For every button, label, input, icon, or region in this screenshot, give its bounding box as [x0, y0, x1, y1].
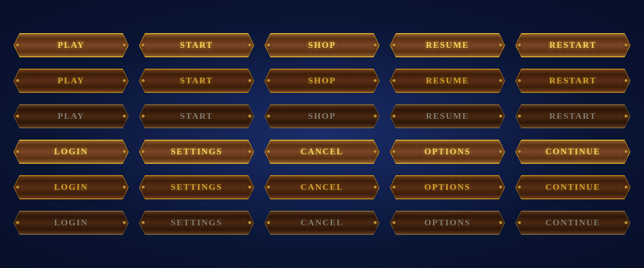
restart-v3-button: RESTART	[515, 102, 631, 131]
shop-v1-button[interactable]: SHOP	[264, 30, 380, 60]
options-v1-label: OPTIONS	[424, 147, 471, 157]
play-v3-button: PLAY	[13, 102, 129, 131]
continue-v1-label: CONTINUE	[545, 147, 600, 157]
restart-v3-label: RESTART	[549, 111, 597, 121]
continue-v1-button[interactable]: CONTINUE	[515, 137, 631, 166]
login-v1-button[interactable]: LOGIN	[13, 137, 129, 166]
cancel-v1-label: CANCEL	[301, 147, 343, 157]
restart-v2-button[interactable]: RESTART	[515, 66, 631, 95]
continue-v3-label: CONTINUE	[545, 218, 600, 228]
start-v3-label: START	[180, 111, 213, 121]
continue-v2-button[interactable]: CONTINUE	[515, 173, 631, 202]
settings-v1-button[interactable]: SETTINGS	[139, 137, 254, 166]
start-v2-label: START	[180, 76, 213, 86]
cancel-v2-label: CANCEL	[301, 182, 343, 192]
continue-v2-label: CONTINUE	[545, 182, 600, 192]
restart-v1-label: RESTART	[549, 40, 597, 50]
play-v3-label: PLAY	[58, 111, 85, 121]
continue-v3-button: CONTINUE	[515, 208, 631, 238]
cancel-v2-button[interactable]: CANCEL	[264, 173, 380, 202]
start-v1-label: START	[180, 40, 213, 50]
resume-v1-label: RESUME	[426, 40, 469, 50]
button-grid: PLAY START SHOP RESUME	[0, 17, 644, 251]
restart-v2-label: RESTART	[549, 76, 597, 86]
login-v3-label: LOGIN	[54, 218, 88, 228]
settings-v2-button[interactable]: SETTINGS	[139, 173, 254, 202]
login-v2-button[interactable]: LOGIN	[13, 173, 129, 202]
resume-v1-button[interactable]: RESUME	[390, 30, 505, 60]
settings-v2-label: SETTINGS	[171, 182, 222, 192]
resume-v2-button[interactable]: RESUME	[390, 66, 505, 95]
options-v1-button[interactable]: OPTIONS	[390, 137, 505, 166]
play-v2-button[interactable]: PLAY	[13, 66, 129, 95]
start-v3-button: START	[139, 102, 254, 131]
resume-v3-button: RESUME	[390, 102, 505, 131]
options-v3-label: OPTIONS	[424, 218, 471, 228]
play-v2-label: PLAY	[58, 76, 85, 86]
settings-v3-button: SETTINGS	[139, 208, 254, 238]
shop-v1-label: SHOP	[308, 40, 336, 50]
play-v1-label: PLAY	[58, 40, 85, 50]
cancel-v1-button[interactable]: CANCEL	[264, 137, 380, 166]
shop-v3-button: SHOP	[264, 102, 380, 131]
restart-v1-button[interactable]: RESTART	[515, 30, 631, 60]
settings-v3-label: SETTINGS	[171, 218, 222, 228]
settings-v1-label: SETTINGS	[171, 147, 222, 157]
cancel-v3-label: CANCEL	[301, 218, 343, 228]
resume-v3-label: RESUME	[426, 111, 469, 121]
shop-v3-label: SHOP	[308, 111, 336, 121]
shop-v2-button[interactable]: SHOP	[264, 66, 380, 95]
login-v1-label: LOGIN	[54, 147, 88, 157]
cancel-v3-button: CANCEL	[264, 208, 380, 238]
resume-v2-label: RESUME	[426, 76, 469, 86]
start-v1-button[interactable]: START	[139, 30, 254, 60]
options-v3-button: OPTIONS	[390, 208, 505, 238]
login-v3-button: LOGIN	[13, 208, 129, 238]
options-v2-label: OPTIONS	[424, 182, 471, 192]
play-v1-button[interactable]: PLAY	[13, 30, 129, 60]
shop-v2-label: SHOP	[308, 76, 336, 86]
login-v2-label: LOGIN	[54, 182, 88, 192]
start-v2-button[interactable]: START	[139, 66, 254, 95]
options-v2-button[interactable]: OPTIONS	[390, 173, 505, 202]
